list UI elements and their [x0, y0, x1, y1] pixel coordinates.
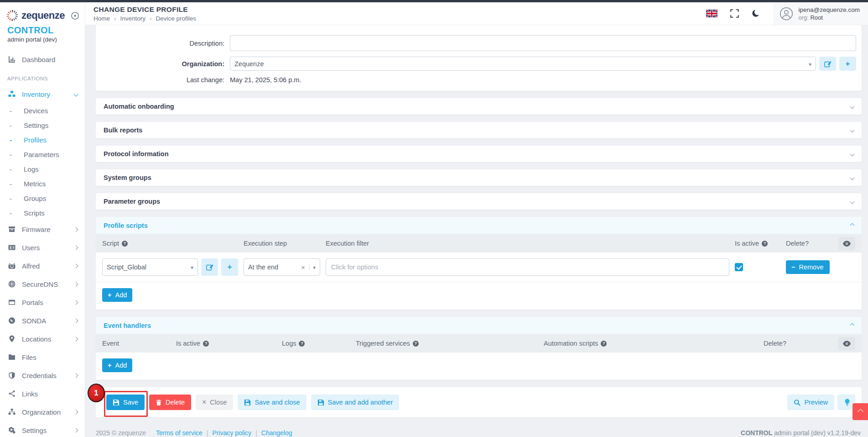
- add-event-handler-button[interactable]: Add: [102, 358, 132, 372]
- help-icon[interactable]: [122, 241, 128, 247]
- accordion-title: Bulk reports: [104, 126, 142, 134]
- toggle-visibility-button[interactable]: [838, 237, 855, 250]
- edit-organization-button[interactable]: [819, 57, 836, 71]
- profile-scripts-footer: Add: [96, 282, 862, 310]
- script-select[interactable]: Script_Global: [102, 258, 198, 276]
- add-organization-button[interactable]: [839, 57, 856, 71]
- execution-filter-input[interactable]: [326, 258, 729, 276]
- sidebar-item-credentials[interactable]: Credentials: [0, 366, 85, 384]
- sidebar-item-groups[interactable]: Groups: [0, 191, 85, 205]
- help-icon[interactable]: [299, 341, 305, 347]
- scroll-to-top-button[interactable]: [852, 403, 868, 420]
- profile-scripts-table-head: Script Execution step Execution filter I…: [96, 234, 862, 253]
- description-input[interactable]: [230, 35, 856, 51]
- breadcrumb-inventory[interactable]: Inventory: [120, 15, 146, 22]
- dash-icon: [10, 121, 18, 129]
- accordion-automatic-onboarding[interactable]: Automatic onboarding: [96, 98, 862, 115]
- user-menu[interactable]: ipena@zequenze.com org: Root: [773, 2, 868, 25]
- section-title: Profile scripts: [104, 222, 148, 229]
- sidebar-item-logs[interactable]: Logs: [0, 162, 85, 176]
- sidebar-item-organization[interactable]: Organization: [0, 403, 85, 421]
- edit-script-button[interactable]: [201, 258, 218, 276]
- save-and-close-button[interactable]: Save and close: [238, 395, 306, 410]
- clear-selection-icon[interactable]: [301, 263, 305, 271]
- sidebar-item-links[interactable]: Links: [0, 384, 85, 403]
- dash-icon: [10, 107, 18, 115]
- help-icon[interactable]: [413, 341, 419, 347]
- sidebar-item-profiles[interactable]: Profiles: [0, 132, 85, 147]
- plus-icon: [846, 59, 850, 68]
- column-logs: Logs: [282, 340, 350, 347]
- chevron-down-icon: [850, 104, 855, 109]
- help-icon[interactable]: [762, 241, 768, 247]
- accordion-parameter-groups[interactable]: Parameter groups: [96, 193, 862, 210]
- sidebar-item-settings[interactable]: Settings: [0, 421, 85, 437]
- is-active-checkbox[interactable]: [735, 263, 743, 271]
- accordion-title: Automatic onboarding: [104, 103, 174, 110]
- save-and-add-another-button[interactable]: Save and add another: [311, 395, 400, 410]
- save-button[interactable]: Save: [106, 395, 145, 410]
- column-delete: Delete?: [786, 240, 830, 247]
- sidebar-item-locations[interactable]: Locations: [0, 330, 85, 348]
- sidebar-item-devices[interactable]: Devices: [0, 103, 85, 118]
- help-icon[interactable]: [203, 341, 209, 347]
- add-script-button[interactable]: [221, 258, 238, 276]
- sidebar-item-securedns[interactable]: SecureDNS: [0, 275, 85, 293]
- event-handlers-table-head: Event Is active Logs Triggered services …: [96, 334, 862, 353]
- sidebar-item-users[interactable]: Users: [0, 238, 85, 257]
- sidebar-item-label: Settings: [22, 426, 47, 434]
- sidebar-item-alfred[interactable]: Alfred: [0, 257, 85, 275]
- help-icon[interactable]: [601, 341, 607, 347]
- execution-step-select[interactable]: At the end: [244, 258, 320, 276]
- header-right: ipena@zequenze.com org: Root: [706, 2, 868, 25]
- language-flag-uk-icon[interactable]: [706, 10, 717, 17]
- add-profile-script-button[interactable]: Add: [102, 288, 132, 302]
- organization-selected-value: Zequenze: [234, 60, 264, 68]
- edit-pencil-icon: [206, 263, 213, 271]
- separator: [207, 429, 208, 437]
- close-button[interactable]: Close: [196, 395, 233, 410]
- preview-button[interactable]: Preview: [787, 395, 834, 410]
- delete-button[interactable]: Delete: [149, 395, 191, 410]
- chevron-down-icon: [850, 175, 855, 180]
- accordion-system-groups[interactable]: System groups: [96, 169, 862, 186]
- sidebar-item-settings-inventory[interactable]: Settings: [0, 118, 85, 132]
- sidebar-item-parameters[interactable]: Parameters: [0, 147, 85, 162]
- save-floppy-icon: [317, 399, 324, 406]
- globe-icon: [7, 280, 16, 288]
- sidebar-item-firmware[interactable]: Firmware: [0, 220, 85, 238]
- sidebar-item-sonda[interactable]: SONDA: [0, 311, 85, 330]
- sidebar-item-dashboard[interactable]: Dashboard: [0, 50, 85, 68]
- accordion-protocol-information[interactable]: Protocol information: [96, 146, 862, 162]
- fullscreen-icon[interactable]: [730, 9, 739, 18]
- organization-select[interactable]: Zequenze: [230, 57, 816, 71]
- breadcrumb-home[interactable]: Home: [94, 15, 110, 22]
- remove-script-button[interactable]: Remove: [786, 260, 830, 274]
- sidebar-item-files[interactable]: Files: [0, 348, 85, 366]
- terms-of-service-link[interactable]: Terms of service: [156, 429, 203, 437]
- logo[interactable]: zequenze: [0, 2, 85, 23]
- product-name: CONTROL: [7, 25, 78, 36]
- chevron-down-icon: [850, 152, 855, 156]
- sidebar-item-metrics[interactable]: Metrics: [0, 176, 85, 191]
- accordion-bulk-reports[interactable]: Bulk reports: [96, 122, 862, 138]
- column-triggered-services: Triggered services: [356, 340, 538, 347]
- toggle-visibility-button[interactable]: [838, 337, 855, 350]
- map-pin-icon: [7, 335, 16, 342]
- privacy-policy-link[interactable]: Privacy policy: [213, 429, 252, 437]
- event-handlers-header[interactable]: Event handlers: [96, 317, 862, 334]
- sidebar-item-label: Firmware: [22, 226, 51, 233]
- profile-scripts-header[interactable]: Profile scripts: [96, 217, 862, 234]
- sidebar-item-portals[interactable]: Portals: [0, 293, 85, 311]
- changelog-link[interactable]: Changelog: [261, 429, 292, 437]
- dark-mode-moon-icon[interactable]: [752, 9, 760, 18]
- sidebar-collapse-toggle-icon[interactable]: [71, 11, 79, 20]
- sidebar-nav: Dashboard APPLICATIONS Inventory Devices…: [0, 50, 85, 437]
- sidebar-item-scripts[interactable]: Scripts: [0, 205, 85, 220]
- dash-icon: [10, 165, 18, 173]
- sidebar-item-inventory[interactable]: Inventory: [0, 85, 85, 103]
- column-automation-scripts: Automation scripts: [544, 340, 758, 347]
- breadcrumb-device-profiles[interactable]: Device profiles: [156, 15, 197, 22]
- accordion-title: Protocol information: [104, 150, 169, 158]
- sub-item-label: Groups: [24, 195, 46, 202]
